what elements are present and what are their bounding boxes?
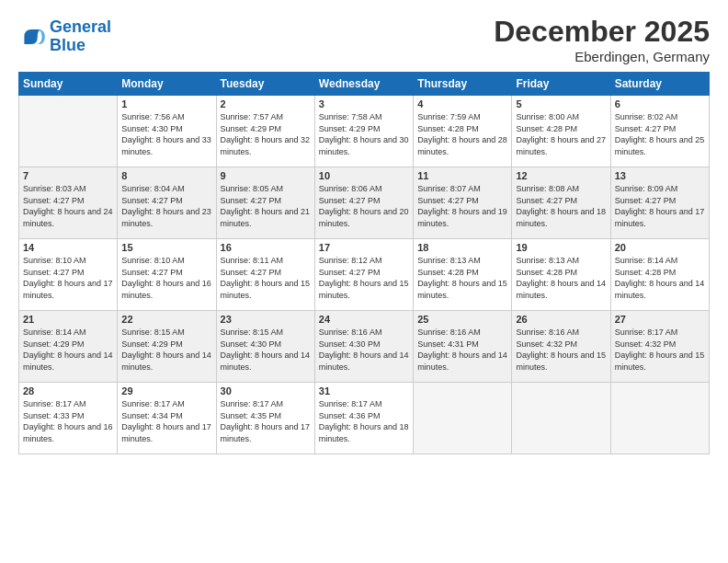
table-row: 4 Sunrise: 7:59 AM Sunset: 4:28 PM Dayli… — [414, 96, 512, 167]
day-info: Sunrise: 8:17 AM Sunset: 4:35 PM Dayligh… — [221, 398, 311, 444]
day-info: Sunrise: 8:15 AM Sunset: 4:29 PM Dayligh… — [121, 327, 211, 373]
day-info: Sunrise: 8:15 AM Sunset: 4:30 PM Dayligh… — [221, 327, 311, 373]
day-info: Sunrise: 8:11 AM Sunset: 4:27 PM Dayligh… — [221, 255, 311, 301]
day-number: 25 — [417, 314, 507, 325]
sunset: Sunset: 4:34 PM — [121, 410, 211, 422]
day-number: 12 — [516, 170, 606, 181]
table-row: 19 Sunrise: 8:13 AM Sunset: 4:28 PM Dayl… — [512, 239, 610, 311]
day-number: 21 — [23, 314, 113, 325]
sunrise: Sunrise: 8:17 AM — [23, 398, 113, 410]
sunset: Sunset: 4:36 PM — [319, 410, 409, 422]
day-info: Sunrise: 8:16 AM Sunset: 4:31 PM Dayligh… — [417, 327, 507, 373]
day-number: 3 — [319, 98, 409, 109]
table-row: 11 Sunrise: 8:07 AM Sunset: 4:27 PM Dayl… — [414, 167, 512, 239]
day-info: Sunrise: 8:13 AM Sunset: 4:28 PM Dayligh… — [417, 255, 507, 301]
sunrise: Sunrise: 8:14 AM — [23, 327, 113, 339]
daylight: Daylight: 8 hours and 15 minutes. — [516, 350, 606, 373]
sunset: Sunset: 4:27 PM — [615, 195, 705, 207]
day-number: 1 — [121, 98, 211, 109]
sunrise: Sunrise: 7:56 AM — [121, 111, 211, 123]
header-wednesday: Wednesday — [314, 73, 413, 96]
day-number: 30 — [221, 385, 311, 396]
table-row — [19, 96, 118, 167]
day-number: 16 — [221, 242, 311, 253]
sunset: Sunset: 4:35 PM — [221, 410, 311, 422]
day-info: Sunrise: 7:57 AM Sunset: 4:29 PM Dayligh… — [221, 111, 311, 157]
day-number: 19 — [516, 242, 606, 253]
table-row: 28 Sunrise: 8:17 AM Sunset: 4:33 PM Dayl… — [19, 383, 118, 454]
table-row: 6 Sunrise: 8:02 AM Sunset: 4:27 PM Dayli… — [610, 96, 709, 167]
sunrise: Sunrise: 8:06 AM — [319, 183, 409, 195]
sunset: Sunset: 4:27 PM — [23, 267, 113, 279]
sunset: Sunset: 4:27 PM — [319, 195, 409, 207]
day-info: Sunrise: 8:10 AM Sunset: 4:27 PM Dayligh… — [121, 255, 211, 301]
sunrise: Sunrise: 8:16 AM — [417, 327, 507, 339]
table-row — [512, 383, 610, 454]
day-info: Sunrise: 8:04 AM Sunset: 4:27 PM Dayligh… — [121, 183, 211, 229]
sunset: Sunset: 4:27 PM — [615, 123, 705, 135]
sunset: Sunset: 4:28 PM — [417, 267, 507, 279]
sunrise: Sunrise: 8:07 AM — [417, 183, 507, 195]
sunrise: Sunrise: 8:08 AM — [516, 183, 606, 195]
daylight: Daylight: 8 hours and 15 minutes. — [417, 278, 507, 301]
logo: General Blue — [18, 18, 111, 55]
sunset: Sunset: 4:30 PM — [221, 339, 311, 350]
sunset: Sunset: 4:29 PM — [23, 339, 113, 350]
sunrise: Sunrise: 8:15 AM — [121, 327, 211, 339]
sunset: Sunset: 4:27 PM — [319, 267, 409, 279]
day-number: 6 — [615, 98, 705, 109]
sunrise: Sunrise: 8:17 AM — [319, 398, 409, 410]
sunset: Sunset: 4:32 PM — [516, 339, 606, 350]
sunset: Sunset: 4:28 PM — [615, 267, 705, 279]
header: General Blue December 2025 Eberdingen, G… — [18, 15, 710, 64]
location: Eberdingen, Germany — [494, 49, 710, 64]
sunrise: Sunrise: 8:17 AM — [615, 327, 705, 339]
day-info: Sunrise: 8:09 AM Sunset: 4:27 PM Dayligh… — [615, 183, 705, 229]
calendar-week-row: 1 Sunrise: 7:56 AM Sunset: 4:30 PM Dayli… — [19, 96, 710, 167]
day-number: 15 — [121, 242, 211, 253]
sunset: Sunset: 4:29 PM — [121, 339, 211, 350]
daylight: Daylight: 8 hours and 17 minutes. — [221, 421, 311, 444]
page: General Blue December 2025 Eberdingen, G… — [0, 0, 728, 563]
daylight: Daylight: 8 hours and 15 minutes. — [221, 278, 311, 301]
day-info: Sunrise: 8:00 AM Sunset: 4:28 PM Dayligh… — [516, 111, 606, 157]
day-number: 31 — [319, 385, 409, 396]
header-tuesday: Tuesday — [216, 73, 314, 96]
day-info: Sunrise: 8:03 AM Sunset: 4:27 PM Dayligh… — [23, 183, 113, 229]
sunset: Sunset: 4:27 PM — [417, 195, 507, 207]
logo-text: General Blue — [50, 18, 111, 55]
day-number: 26 — [516, 314, 606, 325]
table-row: 22 Sunrise: 8:15 AM Sunset: 4:29 PM Dayl… — [118, 311, 216, 383]
table-row: 29 Sunrise: 8:17 AM Sunset: 4:34 PM Dayl… — [118, 383, 216, 454]
day-number: 14 — [23, 242, 113, 253]
sunset: Sunset: 4:31 PM — [417, 339, 507, 350]
daylight: Daylight: 8 hours and 18 minutes. — [516, 206, 606, 229]
daylight: Daylight: 8 hours and 14 minutes. — [417, 350, 507, 373]
table-row: 7 Sunrise: 8:03 AM Sunset: 4:27 PM Dayli… — [19, 167, 118, 239]
day-number: 13 — [615, 170, 705, 181]
day-number: 29 — [121, 385, 211, 396]
daylight: Daylight: 8 hours and 14 minutes. — [221, 350, 311, 373]
day-info: Sunrise: 8:14 AM Sunset: 4:28 PM Dayligh… — [615, 255, 705, 301]
sunrise: Sunrise: 7:59 AM — [417, 111, 507, 123]
table-row: 3 Sunrise: 7:58 AM Sunset: 4:29 PM Dayli… — [314, 96, 413, 167]
title-block: December 2025 Eberdingen, Germany — [494, 15, 710, 64]
day-number: 10 — [319, 170, 409, 181]
sunrise: Sunrise: 8:04 AM — [121, 183, 211, 195]
sunset: Sunset: 4:33 PM — [23, 410, 113, 422]
daylight: Daylight: 8 hours and 27 minutes. — [516, 134, 606, 157]
sunset: Sunset: 4:27 PM — [121, 267, 211, 279]
day-number: 22 — [121, 314, 211, 325]
daylight: Daylight: 8 hours and 14 minutes. — [121, 350, 211, 373]
table-row: 17 Sunrise: 8:12 AM Sunset: 4:27 PM Dayl… — [314, 239, 413, 311]
daylight: Daylight: 8 hours and 25 minutes. — [615, 134, 705, 157]
table-row: 14 Sunrise: 8:10 AM Sunset: 4:27 PM Dayl… — [19, 239, 118, 311]
sunrise: Sunrise: 8:17 AM — [221, 398, 311, 410]
table-row — [610, 383, 709, 454]
daylight: Daylight: 8 hours and 17 minutes. — [615, 206, 705, 229]
sunrise: Sunrise: 8:02 AM — [615, 111, 705, 123]
sunrise: Sunrise: 8:17 AM — [121, 398, 211, 410]
day-info: Sunrise: 8:02 AM Sunset: 4:27 PM Dayligh… — [615, 111, 705, 157]
month-title: December 2025 — [494, 15, 710, 49]
daylight: Daylight: 8 hours and 21 minutes. — [221, 206, 311, 229]
